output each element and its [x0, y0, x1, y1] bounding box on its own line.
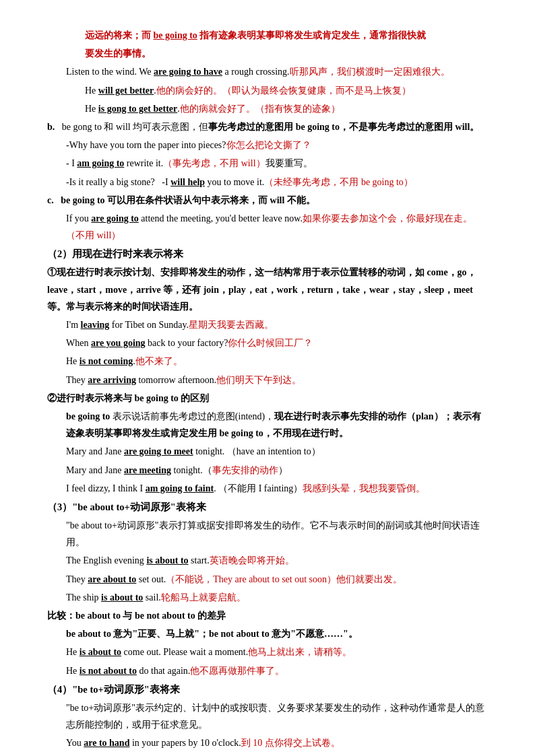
para-bijiao: 比较：be about to 与 be not about to 的差异	[47, 607, 488, 624]
para-am-going: - I am going to rewrite it.（事先考虑，不用 will…	[66, 155, 488, 172]
para-mary-meeting: Mary and Jane are meeting tonight.（事先安排的…	[66, 462, 488, 479]
para-set-out: They are about to set out.（不能说，They are …	[66, 571, 488, 588]
para-c: c. be going to 可以用在条件状语从句中表示将来，而 will 不能…	[47, 192, 488, 209]
para-why: -Why have you torn the paper into pieces…	[66, 137, 488, 153]
para-1: 远远的将来；而 be going to 指有迹象表明某事即将发生或肯定发生，通常…	[85, 27, 488, 44]
para-not-about: He is not about to do that again.他不愿再做那件…	[66, 662, 488, 679]
para-listen: Listen to the wind. We are going to have…	[66, 63, 488, 80]
para-4-desc: "be to+动词原形"表示约定的、计划中的或按职责、义务要求某要发生的动作，这…	[66, 699, 488, 733]
para-2: 要发生的事情。	[85, 45, 488, 62]
para-is-really: -Is it really a big stone? -I will help …	[66, 174, 488, 191]
para-2-heading: （2）用现在进行时来表示将来	[47, 245, 488, 263]
para-come-out: He is about to come out. Please wait a m…	[66, 644, 488, 660]
para-are-to-hand: You are to hand in your papers by 10 o'c…	[66, 734, 488, 751]
para-bijiao-desc: be about to 意为"正要、马上就"；be not about to 意…	[66, 625, 488, 642]
para-leaving: I'm leaving for Tibet on Sunday.星期天我要去西藏…	[66, 316, 488, 333]
para-english-evening: The English evening is about to start.英语…	[66, 552, 488, 569]
para-arriving: They are arriving tomorrow afternoon.他们明…	[66, 372, 488, 388]
para-not-coming: He is not coming.他不来了。	[66, 353, 488, 370]
page-content: 远远的将来；而 be going to 指有迹象表明某事即将发生或肯定发生，通常…	[47, 27, 488, 756]
para-2-circle2: ②进行时表示将来与 be going to 的区别	[47, 390, 488, 407]
para-will-get: He will get better.他的病会好的。（即认为最终会恢复健康，而不…	[85, 82, 488, 99]
para-3-desc: "be about to+动词原形"表示打算或据安排即将发生的动作。它不与表示时…	[66, 517, 488, 551]
text-yaofa: 要发生的事情。	[85, 48, 151, 59]
para-mary-going: Mary and Jane are going to meet tonight.…	[66, 443, 488, 460]
para-3-heading: （3）"be about to+动词原形"表将来	[47, 498, 488, 516]
para-4-heading: （4）"be to+动词原形"表将来	[47, 681, 488, 698]
para-ship: The ship is about to sail.轮船马上就要启航。	[66, 589, 488, 606]
para-2-sub: ①现在进行时表示按计划、安排即将发生的动作，这一结构常用于表示位置转移的动词，如…	[47, 264, 488, 315]
text-yuanyun: 远远的将来；而 be going to 指有迹象表明某事即将发生或肯定发生，通常…	[85, 30, 426, 40]
para-gong-get: He is gong to get better.他的病就会好了。（指有恢复的迹…	[85, 100, 488, 117]
para-2-circle2-desc: be going to 表示说话前事先考虑过的意图(intend)，现在进行时表…	[66, 408, 488, 442]
para-b: b. be gong to 和 will 均可表示意图，但事先考虑过的意图用 b…	[47, 118, 488, 135]
para-when-are: When are you going back to your factory?…	[66, 335, 488, 351]
para-if-you: If you are going to attend the meeting, …	[66, 210, 488, 244]
para-feel-dizzy: I feel dizzy, I think I am going to fain…	[66, 480, 488, 497]
para-is-to-succeed: If a man is to succeed, he must work as …	[66, 753, 488, 757]
